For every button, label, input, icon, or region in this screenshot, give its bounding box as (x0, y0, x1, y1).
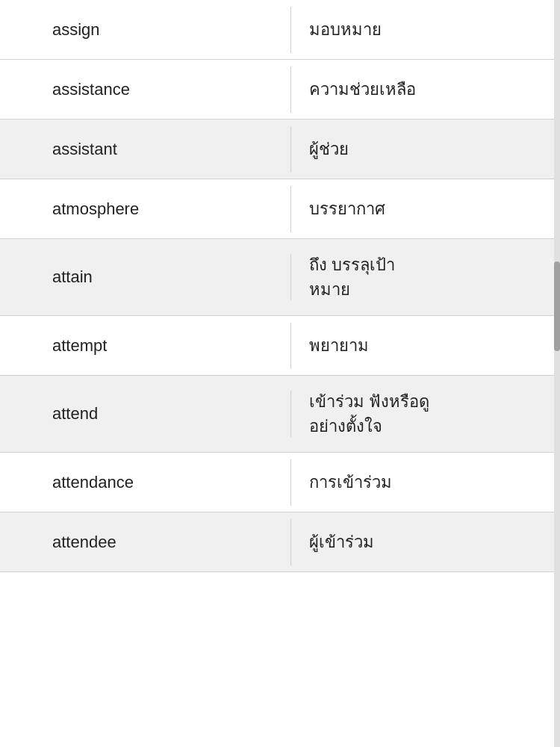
scrollbar[interactable] (554, 0, 560, 747)
thai-cell: ถึง บรรลุเป้าหมาย (291, 239, 560, 315)
thai-cell: เข้าร่วม ฟังหรือดูอย่างตั้งใจ (291, 376, 560, 452)
table-row: assistanceความช่วยเหลือ (0, 60, 560, 120)
thai-cell: บรรยากาศ (291, 183, 560, 235)
english-cell: attend (0, 391, 291, 437)
table-row: assistantผู้ช่วย (0, 120, 560, 179)
table-row: attendเข้าร่วม ฟังหรือดูอย่างตั้งใจ (0, 376, 560, 453)
table-row: attainถึง บรรลุเป้าหมาย (0, 239, 560, 316)
vocabulary-table: assignมอบหมายassistanceความช่วยเหลือassi… (0, 0, 560, 572)
english-cell: atmosphere (0, 186, 291, 232)
english-cell: assistant (0, 126, 291, 173)
table-row: attemptพยายาม (0, 316, 560, 376)
thai-cell: ผู้ช่วย (291, 123, 560, 175)
thai-cell: การเข้าร่วม (291, 456, 560, 508)
english-cell: attendance (0, 459, 291, 506)
english-cell: attain (0, 254, 291, 300)
english-cell: attendee (0, 519, 291, 565)
english-cell: assistance (0, 66, 291, 113)
thai-cell: ผู้เข้าร่วม (291, 516, 560, 568)
english-cell: attempt (0, 323, 291, 369)
english-cell: assign (0, 7, 291, 53)
table-row: attendeeผู้เข้าร่วม (0, 512, 560, 572)
table-row: attendanceการเข้าร่วม (0, 453, 560, 512)
thai-cell: พยายาม (291, 320, 560, 371)
thai-cell: มอบหมาย (291, 4, 560, 55)
thai-cell: ความช่วยเหลือ (291, 63, 560, 115)
table-row: atmosphereบรรยากาศ (0, 179, 560, 239)
scrollbar-thumb[interactable] (554, 261, 560, 351)
table-row: assignมอบหมาย (0, 0, 560, 60)
